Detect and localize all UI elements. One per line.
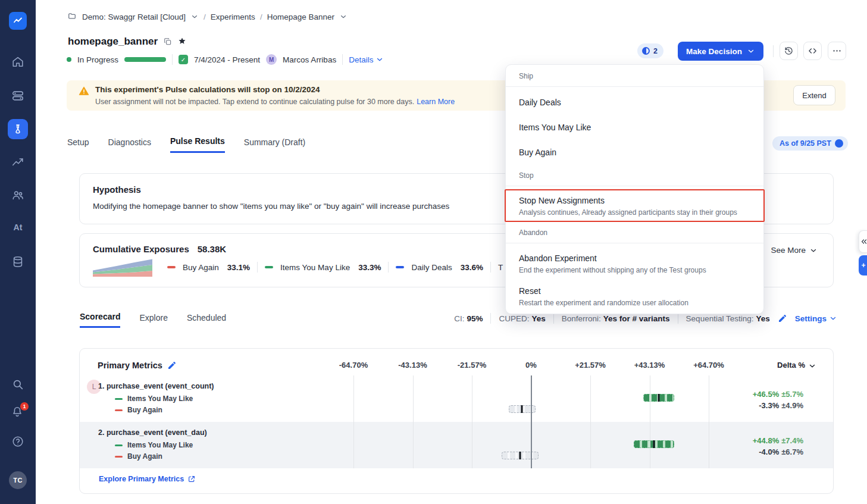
delta-column-header[interactable]: Delta % xyxy=(777,361,815,370)
legend-dash-items-you-may-like xyxy=(265,266,273,268)
code-button[interactable] xyxy=(803,42,822,60)
breadcrumb: Demo: Swaggr Retail [Cloud] / Experiment… xyxy=(68,12,348,21)
date-range: 7/4/2024 - Present xyxy=(194,55,260,64)
breadcrumb-experiments[interactable]: Experiments xyxy=(211,12,255,21)
setting-label: CI: xyxy=(454,314,464,323)
menu-item-abandon-experiment[interactable]: Abandon Experiment End the experiment wi… xyxy=(506,252,763,276)
divider xyxy=(506,243,763,243)
users-icon[interactable] xyxy=(11,189,24,202)
metric-name[interactable]: 2. purchase_event (event_dau) xyxy=(98,428,207,437)
axis-tick: +64.70% xyxy=(693,361,724,370)
legend-value: 33.1% xyxy=(227,263,250,272)
point-estimate-tick xyxy=(521,405,523,413)
extend-button[interactable]: Extend xyxy=(793,85,835,105)
menu-item-daily-deals[interactable]: Daily Deals xyxy=(506,96,763,108)
breadcrumb-separator: / xyxy=(260,12,262,21)
double-chevron-left-icon xyxy=(860,238,867,245)
divider xyxy=(172,54,173,65)
menu-item-stop-new-assignments[interactable]: Stop New Assignments Analysis continues,… xyxy=(506,195,763,218)
edit-settings-icon[interactable] xyxy=(778,314,787,323)
notifications-icon[interactable]: 1 xyxy=(11,405,25,420)
tab-scorecard[interactable]: Scorecard xyxy=(80,312,120,328)
details-link[interactable]: Details xyxy=(349,55,384,64)
point-estimate-tick xyxy=(653,440,655,448)
typography-icon[interactable]: At xyxy=(11,223,24,236)
expand-side-panel-button[interactable] xyxy=(859,230,867,253)
series-legend: Buy Again xyxy=(115,452,162,461)
menu-item-buy-again[interactable]: Buy Again xyxy=(506,146,763,158)
metric-row-2: 2. purchase_event (event_dau) Items You … xyxy=(80,422,834,468)
gridline xyxy=(531,422,532,468)
chevron-down-icon[interactable] xyxy=(190,12,199,21)
plus-icon: + xyxy=(861,261,865,270)
confidence-interval-bar[interactable] xyxy=(634,440,674,448)
star-icon[interactable] xyxy=(178,37,187,46)
breadcrumb-separator: / xyxy=(204,12,206,21)
tab-explore[interactable]: Explore xyxy=(139,313,167,327)
confidence-interval-bar[interactable] xyxy=(502,452,539,459)
status-label: In Progress xyxy=(77,55,118,64)
as-of-badge[interactable]: As of 9/25 PST i xyxy=(772,136,848,151)
metrics-icon[interactable] xyxy=(11,155,24,168)
tab-scheduled[interactable]: Scheduled xyxy=(187,313,226,327)
tab-summary-draft[interactable]: Summary (Draft) xyxy=(244,137,305,152)
breadcrumb-project[interactable]: Demo: Swaggr Retail [Cloud] xyxy=(82,12,186,21)
gridline xyxy=(590,422,591,468)
gridline xyxy=(472,422,472,468)
home-icon[interactable] xyxy=(11,55,24,68)
pending-decisions-badge[interactable]: 2 xyxy=(637,43,663,58)
axis-tick: +43.13% xyxy=(634,361,665,370)
history-button[interactable] xyxy=(780,42,798,60)
divider xyxy=(342,54,343,65)
experiments-icon-active[interactable] xyxy=(8,119,28,139)
scorecard-settings: CI:95% CUPED:Yes Bonferroni:Yes for # va… xyxy=(454,313,837,324)
menu-section-ship: Ship xyxy=(519,72,533,80)
more-options-button[interactable] xyxy=(828,42,846,60)
owner-avatar[interactable]: M xyxy=(266,54,277,65)
point-estimate-tick xyxy=(519,452,521,459)
see-more-link[interactable]: See More xyxy=(771,246,818,255)
gridline xyxy=(650,422,650,468)
tab-diagnostics[interactable]: Diagnostics xyxy=(108,137,151,152)
menu-item-items-you-may-like[interactable]: Items You May Like xyxy=(506,121,763,133)
copy-icon[interactable] xyxy=(164,37,172,46)
owner-name[interactable]: Marcos Arribas xyxy=(283,55,336,64)
metric-row-1: L 1. purchase_event (event_count) Items … xyxy=(80,375,834,422)
gates-icon[interactable] xyxy=(11,89,24,102)
warning-body: User assignment will not be impacted. Ta… xyxy=(95,98,455,106)
experiment-page: At 1 TC Demo: Swaggr Retail [Cloud] / Ex… xyxy=(0,0,867,504)
explore-primary-metrics-link[interactable]: Explore Primary Metrics xyxy=(99,475,196,483)
statsig-logo[interactable] xyxy=(9,12,27,30)
divider xyxy=(553,313,554,324)
series-legend: Buy Again xyxy=(115,406,162,414)
side-panel-action-button[interactable]: + xyxy=(859,255,867,276)
delta-values: +44.8%±7.4% -4.0%±6.7% xyxy=(753,435,803,458)
tab-setup[interactable]: Setup xyxy=(67,137,89,152)
gridline xyxy=(353,375,354,422)
gridline xyxy=(472,375,472,422)
tab-pulse-results[interactable]: Pulse Results xyxy=(170,136,225,153)
chevron-down-icon[interactable] xyxy=(339,12,348,21)
legend-dash-daily-deals xyxy=(396,266,404,268)
chevron-down-icon xyxy=(747,47,755,55)
series-legend: Items You May Like xyxy=(115,441,193,449)
database-icon[interactable] xyxy=(11,255,24,268)
help-icon[interactable] xyxy=(11,435,24,448)
primary-metrics-title: Primary Metrics xyxy=(98,361,177,370)
setting-value: 95% xyxy=(467,314,483,323)
edit-metrics-icon[interactable] xyxy=(167,361,177,370)
make-decision-button[interactable]: Make Decision xyxy=(678,42,763,61)
title-row: homepage_banner xyxy=(68,36,187,48)
axis-tick: -21.57% xyxy=(458,361,486,370)
confidence-interval-bar[interactable] xyxy=(643,394,675,402)
search-icon[interactable] xyxy=(11,378,24,391)
primary-metrics-card: Primary Metrics -64.70% -43.13% -21.57% … xyxy=(79,348,834,494)
exposures-title: Cumulative Exposures xyxy=(93,244,189,254)
gridline xyxy=(590,375,591,422)
settings-link[interactable]: Settings xyxy=(795,314,837,323)
metric-name[interactable]: 1. purchase_event (event_count) xyxy=(98,382,214,390)
user-avatar[interactable]: TC xyxy=(9,471,27,489)
breadcrumb-page[interactable]: Homepage Banner xyxy=(267,12,334,21)
menu-item-reset[interactable]: Reset Restart the experiment and randomi… xyxy=(506,285,763,308)
learn-more-link[interactable]: Learn More xyxy=(417,98,455,106)
